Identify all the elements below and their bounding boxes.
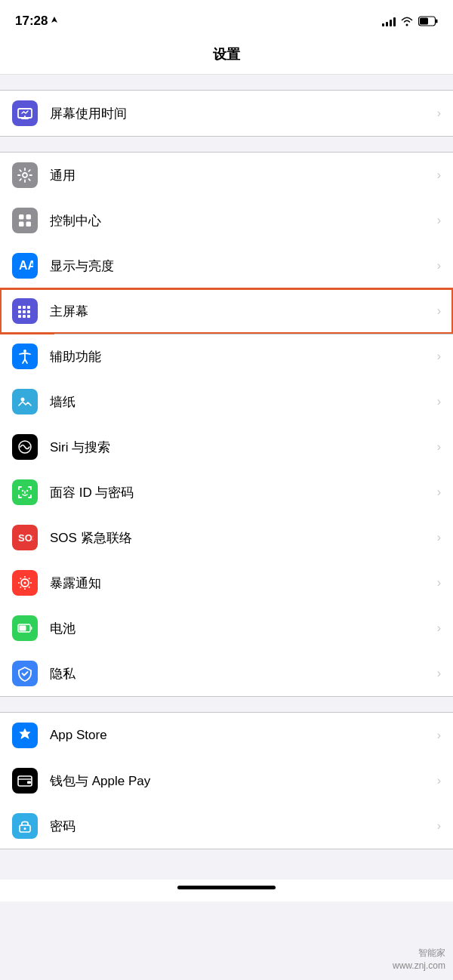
svg-rect-13 [18, 310, 21, 313]
battery-icon [418, 16, 438, 26]
label-display: 显示与亮度 [50, 257, 437, 275]
watermark: 智能家 www.znj.com [393, 947, 445, 972]
settings-row-general[interactable]: 通用› [0, 153, 453, 198]
label-wallet: 钱包与 Apple Pay [50, 772, 437, 790]
settings-container: 屏幕使用时间›通用›控制中心›AA显示与亮度›主屏幕›辅助功能›墙纸›Siri … [0, 90, 453, 880]
page-title: 设置 [0, 45, 453, 63]
label-general: 通用 [50, 167, 437, 184]
settings-row-accessibility[interactable]: 辅助功能› [0, 334, 453, 379]
settings-group-2: App Store›钱包与 Apple Pay›密码› [0, 712, 453, 849]
svg-rect-39 [27, 781, 31, 784]
chevron-control-center: › [437, 214, 441, 227]
control-center-icon [12, 208, 38, 233]
face-id-icon [12, 479, 38, 505]
page-title-bar: 设置 [0, 38, 453, 75]
settings-row-password[interactable]: 密码› [0, 803, 453, 849]
home-screen-icon [12, 298, 38, 324]
password-icon [12, 813, 38, 839]
siri-icon [12, 434, 38, 460]
chevron-general: › [437, 168, 441, 182]
svg-rect-5 [19, 214, 24, 220]
chevron-wallet: › [437, 774, 441, 787]
svg-rect-18 [27, 315, 30, 318]
chevron-privacy: › [437, 667, 441, 680]
chevron-face-id: › [437, 485, 441, 499]
svg-point-26 [24, 582, 26, 584]
label-control-center: 控制中心 [50, 212, 437, 230]
label-exposure: 暴露通知 [50, 575, 437, 592]
label-siri: Siri 与搜索 [50, 439, 437, 456]
settings-row-siri[interactable]: Siri 与搜索› [0, 424, 453, 470]
chevron-battery: › [437, 621, 441, 635]
svg-point-28 [24, 588, 26, 590]
svg-point-19 [23, 350, 26, 353]
svg-point-33 [29, 578, 30, 579]
label-sos: SOS 紧急联络 [50, 529, 437, 547]
svg-point-34 [20, 587, 21, 588]
svg-rect-16 [18, 315, 21, 318]
label-privacy: 隐私 [50, 665, 437, 683]
svg-rect-37 [20, 626, 26, 631]
settings-row-privacy[interactable]: 隐私› [0, 651, 453, 696]
settings-row-wallpaper[interactable]: 墙纸› [0, 379, 453, 424]
display-icon: AA [12, 253, 38, 279]
svg-rect-14 [23, 310, 26, 313]
svg-text:AA: AA [19, 259, 33, 272]
label-home-screen: 主屏幕 [50, 303, 437, 320]
settings-row-screen-time[interactable]: 屏幕使用时间› [0, 91, 453, 136]
svg-rect-15 [27, 310, 30, 313]
wallpaper-icon [12, 389, 38, 414]
svg-rect-6 [26, 214, 32, 220]
settings-row-face-id[interactable]: 面容 ID 与密码› [0, 470, 453, 515]
svg-rect-11 [23, 306, 26, 309]
settings-row-sos[interactable]: SOSSOS 紧急联络› [0, 515, 453, 560]
screen-time-icon [12, 100, 38, 126]
status-bar: 17:28 [0, 0, 453, 38]
svg-point-4 [23, 173, 27, 177]
settings-row-control-center[interactable]: 控制中心› [0, 198, 453, 243]
label-app-store: App Store [50, 728, 437, 743]
svg-rect-36 [31, 627, 32, 630]
label-face-id: 面容 ID 与密码 [50, 484, 437, 501]
settings-row-battery[interactable]: 电池› [0, 606, 453, 651]
location-icon [51, 17, 58, 26]
settings-row-exposure[interactable]: 暴露通知› [0, 560, 453, 606]
chevron-home-screen: › [437, 304, 441, 318]
chevron-screen-time: › [437, 106, 441, 120]
svg-point-23 [26, 490, 28, 492]
svg-rect-17 [23, 315, 26, 318]
status-icons [382, 16, 438, 26]
label-screen-time: 屏幕使用时间 [50, 105, 437, 122]
settings-row-wallet[interactable]: 钱包与 Apple Pay› [0, 758, 453, 803]
battery-icon [12, 615, 38, 641]
appstore-icon [12, 723, 38, 748]
svg-point-41 [24, 827, 26, 830]
chevron-sos: › [437, 531, 441, 544]
wallet-icon [12, 768, 38, 794]
signal-bars-icon [382, 16, 396, 26]
chevron-password: › [437, 819, 441, 833]
home-bar [0, 880, 453, 901]
svg-rect-8 [26, 222, 32, 227]
svg-point-32 [29, 587, 30, 588]
chevron-accessibility: › [437, 350, 441, 363]
label-accessibility: 辅助功能 [50, 348, 437, 365]
chevron-wallpaper: › [437, 395, 441, 408]
label-password: 密码 [50, 818, 437, 835]
svg-point-31 [20, 578, 21, 579]
svg-rect-7 [19, 222, 24, 227]
accessibility-icon [12, 344, 38, 369]
gear-icon [12, 162, 38, 188]
exposure-icon [12, 570, 38, 596]
settings-row-home-screen[interactable]: 主屏幕› [0, 288, 453, 334]
settings-row-app-store[interactable]: App Store› [0, 713, 453, 758]
status-time: 17:28 [15, 14, 58, 29]
svg-rect-10 [18, 306, 21, 309]
svg-text:SOS: SOS [18, 532, 33, 544]
svg-rect-12 [27, 306, 30, 309]
svg-point-20 [21, 398, 25, 402]
wifi-icon [400, 16, 414, 26]
settings-row-display[interactable]: AA显示与亮度› [0, 243, 453, 288]
chevron-display: › [437, 259, 441, 273]
settings-group-1: 通用›控制中心›AA显示与亮度›主屏幕›辅助功能›墙纸›Siri 与搜索›面容 … [0, 152, 453, 697]
